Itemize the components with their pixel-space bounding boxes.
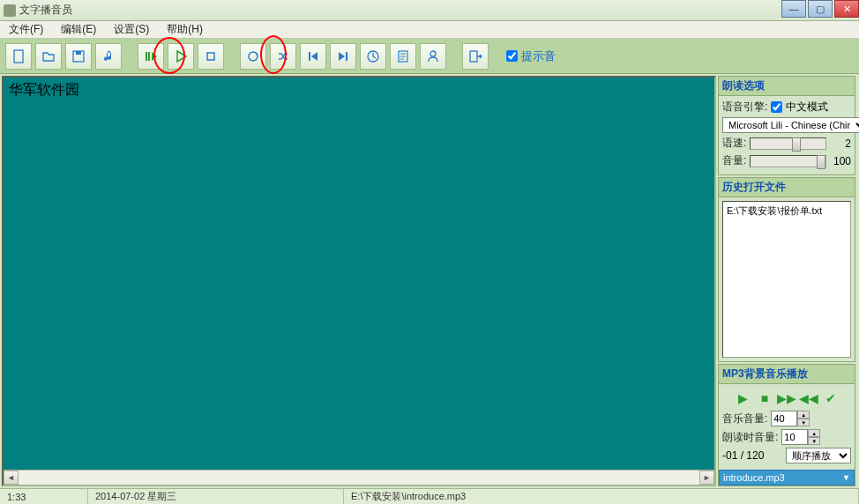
spin-up-icon[interactable]: ▲ (808, 429, 820, 437)
open-button[interactable] (35, 43, 62, 70)
spin-up-icon[interactable]: ▲ (797, 411, 810, 419)
mp3-check-button[interactable]: ✔ (821, 389, 840, 407)
speed-slider[interactable] (750, 137, 826, 150)
volume-value: 100 (830, 155, 851, 167)
mp3-panel: MP3背景音乐播放 ▶ ■ ▶▶ ◀◀ ✔ 音乐音量: ▲▼ (718, 364, 855, 486)
svg-rect-7 (309, 52, 310, 61)
svg-rect-4 (148, 52, 150, 61)
speed-value: 2 (830, 137, 851, 150)
spin-down-icon[interactable]: ▼ (797, 419, 810, 426)
status-path: E:\下载安装\introduce.mp3 (344, 489, 859, 504)
mp3-music-vol-label: 音乐音量: (722, 411, 767, 426)
user-button[interactable] (420, 43, 446, 70)
hint-sound-label: 提示音 (521, 48, 556, 64)
new-button[interactable] (5, 43, 32, 70)
play-pause-icon (144, 49, 158, 63)
mp3-read-vol-input[interactable] (781, 429, 808, 445)
shuffle-icon (276, 49, 290, 63)
svg-rect-2 (76, 51, 81, 55)
file-new-icon (11, 49, 26, 63)
mp3-read-vol-label: 朗读时音量: (722, 430, 778, 445)
folder-open-icon (41, 49, 56, 63)
scroll-left-button[interactable]: ◄ (4, 471, 19, 485)
play-pause-button[interactable] (138, 43, 164, 70)
exit-button[interactable] (462, 43, 489, 70)
user-icon (426, 49, 440, 63)
menu-file[interactable]: 文件(F) (4, 20, 49, 39)
chevron-down-icon: ▼ (842, 473, 850, 482)
svg-rect-12 (470, 51, 477, 62)
skip-next-icon (336, 49, 350, 63)
mp3-next-button[interactable]: ▶▶ (777, 389, 796, 407)
spin-down-icon[interactable]: ▼ (808, 437, 820, 445)
music-note-icon (101, 49, 116, 63)
document-button[interactable] (390, 43, 416, 70)
status-date: 2014-07-02 星期三 (88, 489, 344, 504)
mp3-play-button[interactable]: ▶ (733, 389, 752, 407)
speed-label: 语速: (722, 136, 746, 151)
document-icon (396, 49, 410, 63)
mp3-read-vol-spinner[interactable]: ▲▼ (781, 429, 820, 445)
mp3-prev-button[interactable]: ◀◀ (799, 389, 818, 407)
svg-rect-0 (14, 50, 23, 63)
engine-label: 语音引擎: (722, 100, 767, 115)
statusbar: 1:33 2014-07-02 星期三 E:\下载安装\introduce.mp… (0, 488, 859, 504)
titlebar: 文字播音员 — ▢ ✕ (0, 0, 859, 21)
clock-icon (366, 49, 380, 63)
svg-rect-5 (207, 53, 214, 60)
svg-point-6 (249, 52, 258, 61)
save-icon (71, 49, 86, 63)
editor-text: 华军软件园 (9, 82, 79, 97)
mp3-stop-button[interactable]: ■ (755, 389, 774, 407)
read-options-panel: 朗读选项 语音引擎: 中文模式 Microsoft Lili - Chinese… (718, 76, 855, 175)
history-panel: 历史打开文件 E:\下载安装\报价单.txt (718, 177, 855, 362)
loop-icon (246, 49, 260, 63)
side-panel: 朗读选项 语音引擎: 中文模式 Microsoft Lili - Chinese… (718, 74, 859, 488)
save-button[interactable] (65, 43, 92, 70)
mp3-position: -01 / 120 (722, 449, 782, 462)
toolbar: 提示音 (0, 39, 859, 74)
exit-icon (468, 49, 482, 63)
menu-settings[interactable]: 设置(S) (108, 20, 154, 39)
history-title: 历史打开文件 (719, 178, 855, 197)
prev-button[interactable] (300, 43, 326, 70)
chinese-mode-checkbox[interactable] (771, 101, 782, 113)
stop-button[interactable] (198, 43, 224, 70)
horizontal-scrollbar[interactable]: ◄ ► (4, 470, 714, 485)
history-list[interactable]: E:\下载安装\报价单.txt (722, 201, 851, 358)
mp3-music-vol-spinner[interactable]: ▲▼ (771, 411, 810, 426)
read-options-title: 朗读选项 (719, 77, 855, 96)
volume-slider[interactable] (750, 155, 826, 167)
loop-button[interactable] (240, 43, 266, 70)
timer-button[interactable] (360, 43, 386, 70)
svg-rect-3 (146, 52, 147, 61)
maximize-button[interactable]: ▢ (808, 0, 833, 18)
engine-select[interactable]: Microsoft Lili - Chinese (Chir (722, 117, 859, 133)
volume-label: 音量: (722, 153, 746, 168)
mp3-file-dropdown[interactable]: introduce.mp3 ▼ (719, 470, 855, 485)
svg-point-11 (430, 51, 436, 56)
music-note-button[interactable] (95, 43, 122, 70)
skip-prev-icon (306, 49, 320, 63)
minimize-button[interactable]: — (781, 0, 806, 18)
menu-help[interactable]: 帮助(H) (161, 20, 208, 39)
mp3-mode-select[interactable]: 顺序播放 (786, 448, 851, 463)
menu-edit[interactable]: 编辑(E) (56, 20, 101, 39)
scroll-track[interactable] (19, 471, 699, 485)
app-icon (4, 4, 16, 17)
editor-container: 华军软件园 ◄ ► (2, 76, 716, 486)
history-item[interactable]: E:\下载安装\报价单.txt (725, 204, 848, 219)
next-button[interactable] (330, 43, 356, 70)
mp3-file-name: introduce.mp3 (723, 472, 785, 483)
window-title: 文字播音员 (19, 3, 855, 18)
shuffle-button[interactable] (270, 43, 296, 70)
scroll-right-button[interactable]: ► (699, 471, 714, 485)
menubar: 文件(F) 编辑(E) 设置(S) 帮助(H) (0, 21, 859, 39)
mp3-music-vol-input[interactable] (771, 411, 797, 426)
text-editor[interactable]: 华军软件园 (4, 78, 714, 470)
play-button[interactable] (168, 43, 194, 70)
play-icon (174, 49, 188, 63)
hint-sound-checkbox[interactable] (506, 50, 518, 62)
close-button[interactable]: ✕ (834, 0, 859, 18)
status-time: 1:33 (0, 489, 88, 504)
